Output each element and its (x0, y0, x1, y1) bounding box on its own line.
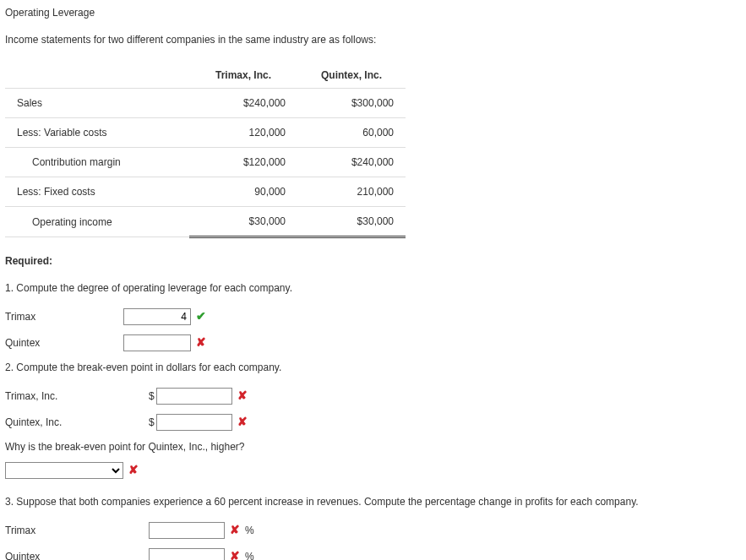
row-opinc-c2: $30,000 (297, 207, 406, 237)
q1-quintex-input[interactable] (123, 334, 191, 351)
required-heading: Required: (5, 253, 741, 269)
row-fixcost-label: Less: Fixed costs (5, 177, 189, 207)
row-varcost-c2: 60,000 (297, 118, 406, 148)
currency-symbol: $ (149, 415, 155, 430)
q3-trimax-label: Trimax (5, 523, 149, 538)
row-opinc-c1: $30,000 (189, 207, 297, 237)
percent-symbol: % (245, 549, 254, 561)
row-varcost-c1: 120,000 (189, 118, 297, 148)
row-opinc-label: Operating income (5, 207, 189, 237)
q3-quintex-input[interactable] (149, 548, 225, 561)
row-varcost-label: Less: Variable costs (5, 118, 189, 148)
q2-quintex-input[interactable] (156, 414, 232, 431)
row-contrib-c2: $240,000 (297, 148, 406, 177)
row-fixcost-c1: 90,000 (189, 177, 297, 207)
q3-prompt: 3. Suppose that both companies experienc… (5, 494, 741, 509)
q3-quintex-label: Quintex (5, 549, 149, 561)
cross-icon: ✘ (237, 387, 248, 405)
cross-icon: ✘ (128, 461, 139, 479)
intro-text: Income statements for two different comp… (5, 32, 741, 47)
currency-symbol: $ (149, 389, 155, 404)
header-quintex: Quintex, Inc. (297, 63, 406, 89)
row-sales-c2: $300,000 (297, 89, 406, 118)
row-sales-c1: $240,000 (189, 89, 297, 118)
header-trimax: Trimax, Inc. (189, 63, 297, 89)
cross-icon: ✘ (196, 334, 206, 351)
cross-icon: ✘ (230, 521, 240, 539)
income-statement-table: Trimax, Inc. Quintex, Inc. Sales $240,00… (5, 63, 406, 238)
page-title: Operating Leverage (5, 5, 741, 20)
q1-quintex-label: Quintex (5, 335, 123, 351)
q2-quintex-label: Quintex, Inc. (5, 415, 149, 430)
row-sales-label: Sales (5, 89, 189, 118)
q1-trimax-label: Trimax (5, 309, 123, 324)
q2-trimax-label: Trimax, Inc. (5, 389, 149, 404)
table-row: Less: Fixed costs 90,000 210,000 (5, 177, 406, 207)
table-row: Operating income $30,000 $30,000 (5, 207, 406, 237)
q2-why-prompt: Why is the break-even point for Quintex,… (5, 439, 741, 454)
cross-icon: ✘ (237, 413, 248, 431)
q2-trimax-input[interactable] (156, 388, 232, 405)
table-row: Contribution margin $120,000 $240,000 (5, 148, 406, 177)
q3-trimax-input[interactable] (149, 522, 225, 539)
q1-trimax-input[interactable] (123, 308, 191, 325)
row-contrib-c1: $120,000 (189, 148, 297, 177)
q1-prompt: 1. Compute the degree of operating lever… (5, 280, 741, 296)
table-row: Sales $240,000 $300,000 (5, 89, 406, 118)
q2-why-select[interactable] (5, 462, 123, 479)
row-fixcost-c2: 210,000 (297, 177, 406, 207)
percent-symbol: % (245, 523, 254, 538)
row-contrib-label: Contribution margin (5, 148, 189, 177)
table-row: Less: Variable costs 120,000 60,000 (5, 118, 406, 148)
cross-icon: ✘ (230, 547, 240, 560)
q2-prompt: 2. Compute the break-even point in dolla… (5, 360, 741, 375)
header-blank (5, 63, 189, 89)
check-icon: ✔ (196, 307, 206, 325)
